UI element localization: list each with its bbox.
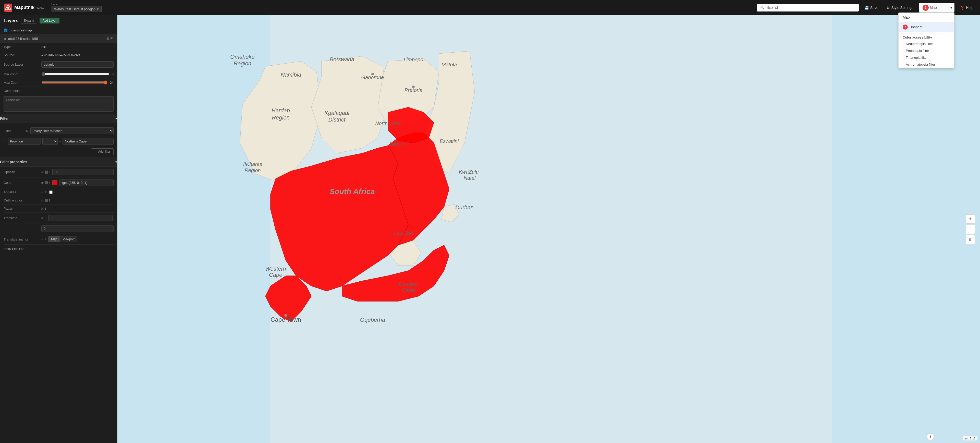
svg-text:South Africa: South Africa xyxy=(329,187,375,196)
properties-panel: Type Fill Source a8d1264f-cb1d-485f-8fc6… xyxy=(0,43,117,114)
svg-text:Region: Region xyxy=(272,115,290,121)
dropdown-inspect-item[interactable]: 2 Inspect xyxy=(899,22,954,32)
zoom-level: zm: 5.18 xyxy=(965,437,975,440)
fx-icon-translate: fx xyxy=(41,217,44,220)
inspect-label: Inspect xyxy=(911,25,922,29)
svg-text:Lesotho: Lesotho xyxy=(393,230,413,236)
translate-anchor-row: Translate anchor fx Σ Map Viewport xyxy=(3,234,114,245)
deuteranopia-label: Deuteranopia filter xyxy=(906,42,933,46)
filter-section-header[interactable]: Filter ▾ xyxy=(0,114,118,123)
fx-icon-pattern: fx xyxy=(41,207,44,210)
paint-chevron-icon: ▾ xyxy=(115,160,117,164)
sidebar-title: Layers xyxy=(3,18,18,24)
svg-text:Cape: Cape xyxy=(269,272,283,278)
block-icon-color xyxy=(45,181,48,184)
layer-item-openstreetmap[interactable]: 🌐 openstreetmap xyxy=(0,26,117,35)
zoom-out-button[interactable]: − xyxy=(966,225,975,234)
svg-text:KwaZulu-: KwaZulu- xyxy=(459,169,480,175)
achromatopsia-label: Achromatopsia filter xyxy=(906,62,935,66)
save-button[interactable]: 💾 Save xyxy=(862,4,881,11)
outline-color-icons: fx Σ xyxy=(41,199,50,202)
sigma-icon-translate: Σ xyxy=(45,217,46,220)
source-label: Source xyxy=(3,53,39,57)
min-zoom-label: Min Zoom xyxy=(3,72,39,76)
antialias-checkbox[interactable] xyxy=(49,190,52,194)
filter-field-input[interactable] xyxy=(8,138,41,145)
map-info-icon[interactable]: ℹ xyxy=(927,433,934,440)
svg-text:Namibia: Namibia xyxy=(281,72,301,78)
min-zoom-slider[interactable] xyxy=(41,72,109,76)
min-zoom-value: 0 xyxy=(112,72,114,76)
copy-icon[interactable]: ⧉ xyxy=(107,37,109,41)
map-area: Hardap Region Namibia Omaheke Region Bot… xyxy=(118,15,980,443)
max-zoom-label: Max Zoom xyxy=(3,81,39,84)
source-row: Source a8d1264f-cb1d-485f-8fc6-2973 xyxy=(3,51,114,59)
tritanopia-item[interactable]: Tritanopia filter xyxy=(899,54,954,61)
pattern-label: Pattern xyxy=(3,207,39,210)
layer-item-label-2: a8d1264f-cb1d-485f- xyxy=(8,37,39,41)
fx-icon-anchor: fx xyxy=(41,238,44,241)
min-zoom-row: Min Zoom 0 xyxy=(3,70,114,78)
filter-chevron-icon: ▾ xyxy=(115,117,117,121)
block-icon-opacity xyxy=(45,171,48,174)
svg-text:Soweto: Soweto xyxy=(390,141,407,147)
translate-anchor-viewport-btn[interactable]: Viewport xyxy=(60,236,77,242)
help-button[interactable]: ❓ Help xyxy=(958,4,976,11)
translate-anchor-map-btn[interactable]: Map xyxy=(48,236,60,242)
view-dropdown-button[interactable]: 1 Map ▾ xyxy=(919,3,955,13)
filter-section: Filter ▾ Filter fx every filter matches … xyxy=(0,114,117,157)
layer-item-a8d1264f[interactable]: ◈ a8d1264f-cb1d-485f- ⧉ 👁 xyxy=(0,35,117,43)
zoom-in-button[interactable]: + xyxy=(966,215,975,224)
style-settings-button[interactable]: ⚙ Style Settings xyxy=(884,4,916,11)
svg-text:Kgalagadi: Kgalagadi xyxy=(325,110,350,116)
translate-anchor-label: Translate anchor xyxy=(3,237,39,241)
comments-row: Comments xyxy=(3,87,114,114)
icon-editor-label: ICON Editor xyxy=(0,245,117,253)
visibility-icon[interactable]: 👁 xyxy=(110,37,114,41)
opacity-row: Opacity fx Σ xyxy=(3,167,114,177)
achromatopsia-item[interactable]: Achromatopsia filter xyxy=(899,61,954,68)
svg-text:Durban: Durban xyxy=(455,204,474,210)
opacity-input[interactable] xyxy=(52,169,114,175)
protanopia-item[interactable]: Protanopia filter xyxy=(899,47,954,54)
map-reset-button[interactable]: ⊡ xyxy=(966,235,975,244)
antialias-row: Antialias fx Σ xyxy=(3,188,114,196)
sigma-icon-antialias: Σ xyxy=(45,191,46,194)
view-label: Map xyxy=(930,6,937,10)
logo-icon xyxy=(4,3,12,12)
search-input[interactable] xyxy=(767,5,855,10)
map-item-label: Map xyxy=(903,15,910,19)
color-input[interactable] xyxy=(59,180,114,186)
zoom-info: zm: 5.18 xyxy=(963,437,977,440)
svg-text:Matola: Matola xyxy=(442,62,457,67)
add-filter-button[interactable]: ＋ Add filter xyxy=(91,148,114,155)
svg-point-15 xyxy=(412,86,415,88)
svg-text:North West: North West xyxy=(375,121,401,126)
source-layer-input[interactable] xyxy=(41,61,114,68)
layer-select-button[interactable]: Wards_test Default polygon ▾ xyxy=(52,6,102,12)
map-svg: Hardap Region Namibia Omaheke Region Bot… xyxy=(118,15,980,443)
paint-section-header[interactable]: Paint properties ▾ xyxy=(0,157,118,167)
source-value: a8d1264f-cb1d-485f-8fc6-2973 xyxy=(41,54,114,57)
max-zoom-row: Max Zoom 24 xyxy=(3,78,114,87)
expand-button[interactable]: Expand xyxy=(21,18,37,24)
fx-icon-outline: fx xyxy=(41,199,44,202)
chevron-down-icon-view: ▾ xyxy=(950,6,952,10)
filter-op-select[interactable]: == xyxy=(42,138,58,145)
max-zoom-slider-row: 24 xyxy=(41,80,114,84)
filter-mode-select[interactable]: every filter matches xyxy=(30,127,114,134)
svg-text:Region: Region xyxy=(234,60,251,67)
max-zoom-slider[interactable] xyxy=(41,80,107,84)
main-layout: Layers Expand Add Layer 🌐 openstreetmap … xyxy=(0,15,980,443)
svg-text:Region: Region xyxy=(245,167,261,173)
comment-textarea[interactable] xyxy=(3,96,114,112)
translate-y-input[interactable] xyxy=(41,225,114,232)
dropdown-map-item[interactable]: Map xyxy=(899,13,954,22)
add-layer-button[interactable]: Add Layer xyxy=(40,18,60,24)
translate-x-input[interactable] xyxy=(48,215,113,221)
filter-value-input[interactable] xyxy=(62,138,114,145)
protanopia-label: Protanopia filter xyxy=(906,49,929,53)
color-swatch[interactable] xyxy=(52,180,57,185)
svg-text:Gaborone: Gaborone xyxy=(361,75,384,80)
deuteranopia-item[interactable]: Deuteranopia filter xyxy=(899,40,954,47)
